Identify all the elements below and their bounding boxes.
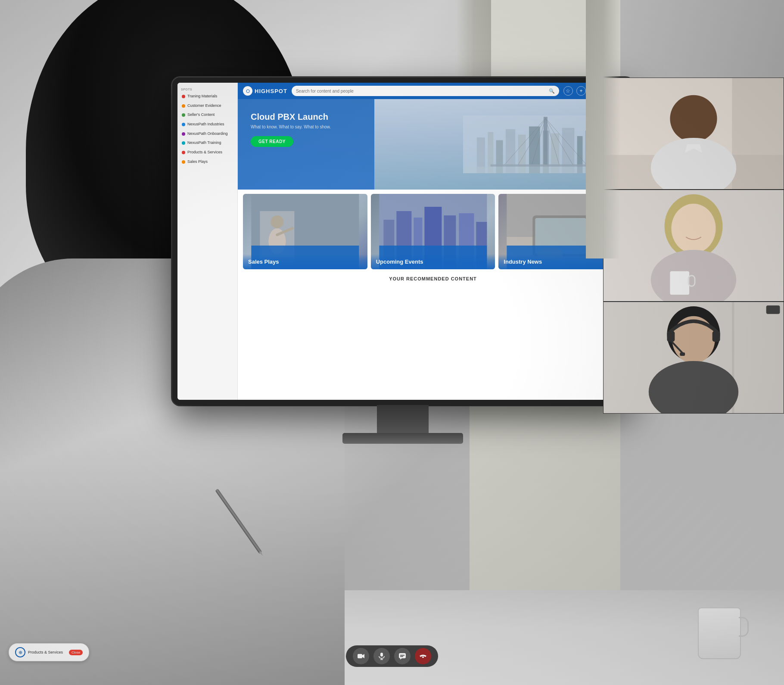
participant-tile-1 [603, 78, 784, 190]
video-participants-panel [603, 78, 784, 414]
svg-rect-67 [680, 352, 685, 356]
card-label-news: Industry News [504, 258, 618, 265]
products-services-popup: ⊕ Products & Services Close [9, 643, 89, 661]
svg-marker-76 [400, 658, 402, 660]
svg-rect-66 [712, 331, 720, 342]
hero-cta-button[interactable]: GET READY [251, 136, 293, 147]
card-label-events: Upcoming Events [376, 258, 490, 265]
add-icon-btn[interactable]: + [576, 86, 586, 96]
sidebar-item-evidence[interactable]: Customer Evidence [177, 101, 237, 111]
svg-rect-62 [766, 305, 780, 314]
card-overlay: Upcoming Events [371, 254, 495, 269]
sidebar-item-training[interactable]: Traning Materials [177, 92, 237, 101]
sidebar-dot [182, 104, 185, 108]
coffee-cup [698, 607, 741, 659]
mic-toggle-button[interactable] [373, 648, 390, 664]
recommended-section-label: YOUR RECOMMENDED CONTENT [238, 274, 628, 283]
card-upcoming-events[interactable]: Upcoming Events [371, 194, 495, 269]
search-input[interactable] [296, 89, 546, 93]
hero-content: Cloud PBX Launch What to know. What to s… [251, 112, 331, 147]
svg-rect-57 [670, 271, 689, 295]
popup-close-button[interactable]: Close [69, 650, 83, 655]
svg-rect-75 [399, 653, 406, 658]
sidebar-item-sellers[interactable]: Seller's Content [177, 110, 237, 120]
popup-label: Products & Services [28, 650, 63, 654]
card-sales-plays[interactable]: Sales Plays [243, 194, 367, 269]
star-icon-btn[interactable]: ☆ [563, 86, 573, 96]
sidebar-dot [182, 132, 185, 136]
chat-toggle-button[interactable] [394, 648, 411, 664]
popup-icon: ⊕ [15, 647, 25, 657]
sidebar-item-onboarding[interactable]: NexusPath Onboarding [177, 129, 237, 139]
sidebar-dot [182, 160, 185, 164]
svg-rect-21 [491, 165, 600, 167]
hero-title: Cloud PBX Launch [251, 112, 331, 122]
svg-point-47 [670, 95, 717, 142]
logo-icon: ⬡ [243, 86, 252, 96]
monitor-base [342, 433, 463, 444]
hero-banner: Cloud PBX Launch What to know. What to s… [238, 99, 628, 190]
participant-tile-2 [603, 190, 784, 302]
video-toggle-button[interactable] [353, 648, 369, 664]
sidebar-item-nexustraining[interactable]: NexusPath Training [177, 138, 237, 148]
sidebar-item-products[interactable]: Products & Services [177, 148, 237, 157]
svg-marker-71 [362, 654, 364, 658]
sidebar-dot [182, 113, 185, 117]
card-overlay: Sales Plays [243, 254, 367, 269]
app-header: ⬡ HIGHSPOT 🔍 ☆ + JS Jennifer NexusPath [238, 83, 628, 99]
sidebar-item-industries[interactable]: NexusPath Industries [177, 120, 237, 129]
sidebar-dot [182, 141, 185, 145]
monitor-stand [377, 405, 429, 435]
sidebar-dot [182, 151, 185, 154]
search-icon: 🔍 [549, 88, 555, 94]
app-name: HIGHSPOT [255, 88, 287, 94]
monitor: SPOTS Traning Materials Customer Evidenc… [172, 78, 633, 405]
hero-subtitle: What to know. What to say. What to show. [251, 125, 331, 129]
sidebar-dot [182, 123, 185, 126]
svg-point-64 [672, 316, 715, 363]
video-call-toolbar [346, 645, 438, 667]
search-box[interactable]: 🔍 [292, 86, 559, 96]
participant-tile-3 [603, 302, 784, 414]
sidebar: SPOTS Traning Materials Customer Evidenc… [177, 83, 238, 400]
sidebar-item-salesplays[interactable]: Sales Plays [177, 157, 237, 167]
main-content: ⬡ HIGHSPOT 🔍 ☆ + JS Jennifer NexusPath [238, 83, 628, 400]
svg-rect-46 [732, 78, 783, 189]
content-cards-row: Sales Plays [238, 190, 628, 274]
svg-rect-70 [358, 654, 362, 658]
svg-rect-72 [380, 653, 383, 657]
svg-point-54 [671, 204, 716, 253]
svg-rect-20 [544, 117, 548, 165]
app-logo: ⬡ HIGHSPOT [243, 86, 287, 96]
sidebar-dot [182, 95, 185, 98]
card-label-sales: Sales Plays [248, 258, 362, 265]
monitor-screen: SPOTS Traning Materials Customer Evidenc… [177, 83, 628, 400]
end-call-button[interactable] [415, 648, 431, 664]
curtain-right [586, 0, 620, 258]
svg-point-25 [271, 215, 283, 228]
svg-rect-79 [422, 657, 424, 658]
sidebar-header: SPOTS [177, 86, 237, 92]
